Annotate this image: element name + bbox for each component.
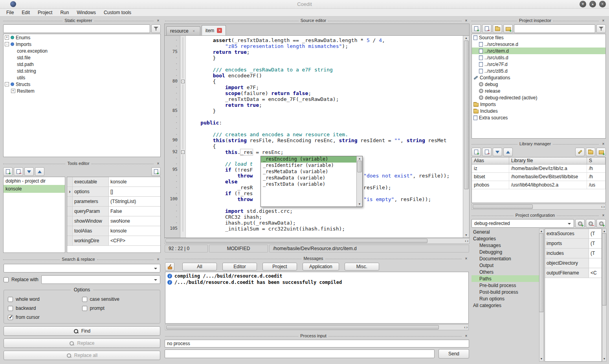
minimize-icon[interactable]: ▾ xyxy=(580,1,586,7)
library-row[interactable]: bitset /home/basile/Dev/Bitset/lib/bitse… xyxy=(472,173,605,181)
category-item[interactable]: All categories xyxy=(471,302,539,309)
tree-item[interactable]: + Enums xyxy=(4,34,160,41)
editor[interactable]: ..75....80....85....90.92..95....100....… xyxy=(164,35,470,238)
menu-item[interactable]: Custom tools xyxy=(100,9,135,16)
vscroll-thumb[interactable] xyxy=(464,40,469,189)
scroll-down-icon[interactable]: ▼ xyxy=(603,357,606,361)
editor-tab[interactable]: item × xyxy=(202,25,226,35)
message-filter-button[interactable]: Project xyxy=(262,263,297,271)
tree-item[interactable]: - Structs xyxy=(4,81,160,88)
replace-with-combo[interactable] xyxy=(41,275,160,284)
scroll-right-icon[interactable]: › xyxy=(603,205,605,209)
project-tree-item[interactable]: debug-redirected (active) xyxy=(472,94,605,101)
maximize-icon[interactable]: ▴ xyxy=(589,1,596,7)
add-source-tree-button[interactable] xyxy=(503,24,513,33)
scroll-down-icon[interactable]: ▼ xyxy=(358,202,361,206)
property-value[interactable]: (T xyxy=(589,239,602,248)
tree-item[interactable]: + ResItem xyxy=(4,88,160,94)
message-filter-button[interactable]: Editor xyxy=(222,263,257,271)
tab-close-icon[interactable]: × xyxy=(217,28,222,33)
category-item[interactable]: Post-build process xyxy=(471,289,539,295)
configuration-combo[interactable]: debug-redirected xyxy=(471,219,574,228)
project-tree-item[interactable]: Extra sources xyxy=(472,114,605,121)
property-row[interactable]: showWindow swoNone xyxy=(67,216,160,226)
property-value[interactable]: <CFP> xyxy=(109,236,160,245)
option-checkbox[interactable] xyxy=(8,297,13,302)
category-item[interactable]: Others xyxy=(471,269,539,275)
option-checkbox[interactable] xyxy=(82,306,87,311)
add-tool-button[interactable] xyxy=(3,167,13,176)
scroll-left-icon[interactable]: ‹ xyxy=(465,239,466,243)
move-tool-up-button[interactable] xyxy=(35,167,44,176)
tab-close-icon[interactable]: × xyxy=(191,29,196,34)
remove-library-button[interactable] xyxy=(482,148,492,156)
editor-fold-margin[interactable]: -- xyxy=(180,36,186,238)
panel-close-icon[interactable]: × xyxy=(464,256,469,261)
find-button[interactable]: Find xyxy=(4,326,160,336)
option-row[interactable]: whole word xyxy=(8,296,82,302)
category-item[interactable]: General xyxy=(471,229,539,235)
remove-tool-button[interactable] xyxy=(14,167,23,176)
filter-button[interactable] xyxy=(151,24,161,33)
property-row[interactable]: toolAlias konsole xyxy=(67,226,160,236)
grid-vscrollbar[interactable]: ▲ ▼ xyxy=(602,229,607,362)
category-item[interactable]: Categories xyxy=(471,235,539,242)
inspector-filter-button[interactable] xyxy=(596,24,606,33)
property-value[interactable]: (T xyxy=(589,249,602,258)
edit-library-button[interactable] xyxy=(575,148,585,156)
panel-close-icon[interactable]: × xyxy=(464,18,469,23)
remove-configuration-button[interactable] xyxy=(586,219,595,228)
property-row[interactable]: workingDire <CFP> xyxy=(67,236,160,246)
property-row[interactable]: parameters (TStringList) xyxy=(67,197,160,207)
message-row[interactable]: i compiling /.../build/resource.d.coedit xyxy=(165,273,468,279)
editor-tab[interactable]: resource × xyxy=(166,26,200,35)
category-item[interactable]: Output xyxy=(471,262,539,269)
scroll-down-icon[interactable]: ▼ xyxy=(465,233,468,237)
category-item[interactable]: Debugging xyxy=(471,249,539,255)
option-checkbox[interactable] xyxy=(8,315,13,320)
panel-close-icon[interactable]: × xyxy=(601,213,606,218)
property-value[interactable]: False xyxy=(109,207,160,216)
library-row[interactable]: phobos /usr/lib64/libphobos2.a /us xyxy=(472,181,605,189)
symbol-filter-input[interactable] xyxy=(3,24,150,33)
config-property-row[interactable]: includes (T xyxy=(545,249,602,258)
column-header-source[interactable]: S xyxy=(587,157,605,164)
panel-close-icon[interactable]: × xyxy=(601,141,606,146)
menu-item[interactable]: Edit xyxy=(18,9,34,16)
config-property-row[interactable]: extraSources (T xyxy=(545,229,602,239)
scroll-down-icon[interactable]: ▼ xyxy=(540,357,543,361)
tree-item[interactable]: core.exception xyxy=(4,48,160,54)
project-tree-item[interactable]: Imports xyxy=(472,101,605,108)
menu-item[interactable]: Project xyxy=(34,9,56,16)
add-library-button[interactable] xyxy=(471,148,481,156)
scroll-up-icon[interactable]: ▲ xyxy=(465,36,468,40)
message-row[interactable]: i /.../build/resource.d.coedit has been … xyxy=(165,279,468,285)
option-row[interactable]: case sensitive xyxy=(82,296,156,302)
panel-close-icon[interactable]: × xyxy=(156,161,161,166)
scroll-right-icon[interactable]: › xyxy=(467,239,468,243)
scroll-left-icon[interactable]: ‹ xyxy=(601,205,602,209)
replace-all-button[interactable]: Replace all xyxy=(4,351,160,360)
category-item[interactable]: Messages xyxy=(471,242,539,249)
expander-icon[interactable]: - xyxy=(5,42,9,46)
property-row[interactable]: options [] xyxy=(67,187,160,197)
tree-item[interactable]: utils xyxy=(4,74,160,81)
property-value[interactable] xyxy=(589,258,602,268)
tree-item[interactable]: std.path xyxy=(4,61,160,68)
editor-code[interactable]: assert(_resTxtData.length == _resRawData… xyxy=(186,36,463,238)
category-item[interactable]: Run options xyxy=(471,295,539,302)
open-library-folder-button[interactable] xyxy=(586,148,595,156)
tool-item[interactable]: dolphin - project dir xyxy=(4,177,65,185)
option-row[interactable]: from cursor xyxy=(8,315,82,320)
category-item[interactable]: Documentation xyxy=(471,255,539,262)
add-library-folder-button[interactable] xyxy=(596,148,606,156)
project-tree-item[interactable]: ../src/utils.d xyxy=(472,54,605,61)
tree-item[interactable]: - Imports xyxy=(4,41,160,48)
project-tree-item[interactable]: Source files xyxy=(472,34,605,41)
completion-item[interactable]: _resTxtData (variable) xyxy=(261,181,356,188)
panel-close-icon[interactable]: × xyxy=(156,257,161,262)
replace-with-checkbox[interactable] xyxy=(4,277,9,282)
editor-vscrollbar[interactable]: ▲ ▼ xyxy=(463,36,469,238)
tool-item[interactable]: konsole xyxy=(4,185,65,193)
column-header-file[interactable]: Library file xyxy=(509,157,587,164)
